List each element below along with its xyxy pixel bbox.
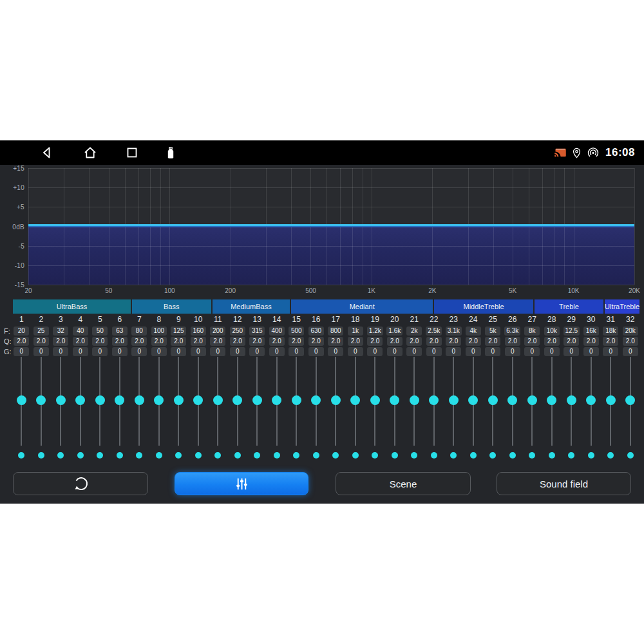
gain-chip: 0 — [210, 347, 225, 356]
slider-knob[interactable] — [488, 395, 498, 405]
slider-knob[interactable] — [213, 395, 223, 405]
reset-button[interactable] — [13, 472, 148, 495]
slider-knob[interactable] — [547, 395, 556, 405]
band-slider-14 — [267, 357, 287, 446]
sound-field-button[interactable]: Sound field — [497, 472, 631, 495]
location-icon — [571, 147, 583, 159]
band-slider-4 — [71, 357, 91, 446]
gain-chip-cell: 0 — [542, 347, 562, 356]
q-chip: 2.0 — [289, 337, 304, 346]
slider-knob[interactable] — [154, 395, 164, 405]
slider-dot — [254, 452, 260, 459]
q-chip: 2.0 — [485, 337, 500, 346]
q-chip: 2.0 — [367, 337, 383, 346]
slider-knob[interactable] — [75, 395, 85, 405]
freq-chip-cell: 500 — [287, 327, 307, 336]
q-chip-cell: 2.0 — [621, 337, 641, 346]
slider-knob[interactable] — [95, 395, 105, 405]
band-slider-9 — [169, 357, 189, 446]
slider-knob[interactable] — [527, 395, 537, 405]
freq-chip: 12.5 — [564, 327, 580, 336]
slider-knob[interactable] — [390, 395, 399, 405]
slider-knob[interactable] — [331, 395, 341, 405]
gain-chip-cell: 0 — [464, 347, 484, 356]
q-chip: 2.0 — [210, 337, 225, 346]
gain-chip-cell: 0 — [522, 347, 542, 356]
gain-chip-cell: 0 — [483, 347, 503, 356]
freq-chip: 32 — [53, 327, 68, 336]
gain-chip-cell: 0 — [247, 347, 267, 356]
freq-tick-label: 100 — [164, 287, 175, 294]
slider-knob[interactable] — [193, 395, 203, 405]
q-chip: 2.0 — [249, 337, 265, 346]
slider-knob[interactable] — [174, 395, 184, 405]
gain-chip-cell: 0 — [287, 347, 307, 356]
slider-knob[interactable] — [507, 395, 517, 405]
slider-knob[interactable] — [429, 395, 439, 405]
slider-knob[interactable] — [370, 395, 380, 405]
slider-knob[interactable] — [115, 395, 124, 405]
db-tick-label: -10 — [15, 261, 24, 269]
db-tick-label: +15 — [13, 165, 24, 172]
freq-chip-cell: 1.2k — [365, 327, 385, 336]
equalizer-button[interactable] — [175, 472, 308, 495]
slider-knob[interactable] — [567, 395, 576, 405]
slider-dot — [332, 452, 339, 459]
freq-chip-cell: 125 — [169, 327, 189, 336]
band-segment-label: MediumBass — [231, 303, 272, 310]
db-tick-label: 0dB — [12, 223, 24, 230]
slider-knob[interactable] — [606, 395, 616, 405]
q-chip-cell: 2.0 — [208, 337, 228, 346]
freq-chip-cell: 100 — [149, 327, 169, 336]
gain-chip-cell: 0 — [267, 347, 287, 356]
slider-dot — [352, 452, 359, 459]
q-chip: 2.0 — [564, 337, 579, 346]
freq-chip-cell: 63 — [110, 327, 130, 336]
scene-button-label: Scene — [390, 478, 417, 489]
slider-knob[interactable] — [625, 395, 635, 405]
slider-knob[interactable] — [410, 395, 419, 405]
usb-icon[interactable] — [163, 145, 178, 160]
slider-knob[interactable] — [36, 395, 46, 405]
channel-number: 12 — [228, 315, 248, 324]
scene-button[interactable]: Scene — [336, 472, 471, 495]
band-segment-label: MiddleTreble — [463, 303, 504, 310]
gain-chip: 0 — [151, 347, 167, 356]
freq-tick-label: 2K — [428, 287, 436, 294]
band-slider-22 — [424, 357, 444, 446]
slider-knob[interactable] — [56, 395, 66, 405]
q-chip: 2.0 — [151, 337, 167, 346]
gain-chip-cell: 0 — [365, 347, 385, 356]
slider-knob[interactable] — [311, 395, 321, 405]
slider-knob[interactable] — [252, 395, 262, 405]
freq-chip-cell: 50 — [90, 327, 110, 336]
slider-dot — [97, 452, 103, 459]
slider-knob[interactable] — [350, 395, 360, 405]
band-slider-17 — [326, 357, 346, 446]
freq-chip: 50 — [92, 327, 108, 336]
slider-knob[interactable] — [232, 395, 242, 405]
gain-chip-cell: 0 — [110, 347, 130, 356]
slider-knob[interactable] — [468, 395, 478, 405]
slider-knob[interactable] — [17, 395, 26, 405]
channel-number: 14 — [267, 315, 287, 324]
slider-knob[interactable] — [272, 395, 281, 405]
freq-chip: 5k — [485, 327, 500, 336]
slider-knob[interactable] — [449, 395, 459, 405]
freq-chip-cell: 2k — [404, 327, 424, 336]
freq-chip: 80 — [131, 327, 147, 336]
channel-number: 3 — [51, 315, 71, 324]
home-icon[interactable] — [82, 145, 98, 160]
freq-tick-label: 500 — [305, 287, 316, 294]
gain-chip: 0 — [328, 347, 343, 356]
q-chip: 2.0 — [33, 337, 49, 346]
back-icon[interactable] — [39, 145, 55, 160]
recents-icon[interactable] — [124, 145, 140, 160]
q-chip-cell: 2.0 — [582, 337, 601, 346]
freq-chip: 100 — [151, 327, 167, 336]
slider-knob[interactable] — [135, 395, 144, 405]
slider-knob[interactable] — [586, 395, 596, 405]
slider-knob[interactable] — [292, 395, 301, 405]
q-chip-cell: 2.0 — [562, 337, 582, 346]
channel-number-row: 1234567891011121314151617181920212223242… — [12, 315, 640, 324]
